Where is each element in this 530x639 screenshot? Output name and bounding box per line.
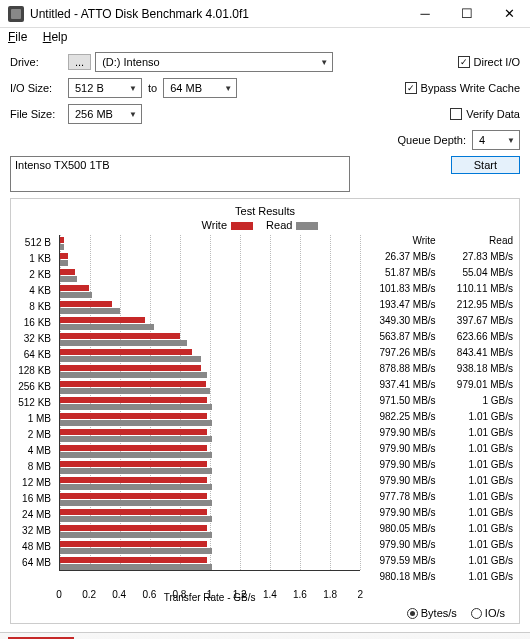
menubar: File Help xyxy=(0,28,530,46)
y-tick: 48 MB xyxy=(15,539,55,555)
y-tick: 4 KB xyxy=(15,283,55,299)
menu-help[interactable]: Help xyxy=(43,30,68,44)
y-tick: 32 KB xyxy=(15,331,55,347)
bar-read xyxy=(60,308,120,314)
bytes-label: Bytes/s xyxy=(421,607,457,619)
drive-select[interactable]: (D:) Intenso▼ xyxy=(95,52,333,72)
footer: ATTO Storage and Network Connectivity Ex… xyxy=(0,632,530,639)
y-tick: 512 KB xyxy=(15,395,55,411)
window-title: Untitled - ATTO Disk Benchmark 4.01.0f1 xyxy=(30,7,404,21)
x-axis-label: Transfer Rate - GB/s xyxy=(59,592,360,603)
io-from-select[interactable]: 512 B▼ xyxy=(68,78,142,98)
table-row: 349.30 MB/s397.67 MB/s xyxy=(360,315,515,331)
table-row: 980.05 MB/s1.01 GB/s xyxy=(360,523,515,539)
col-write: Write xyxy=(360,235,437,251)
legend-write-label: Write xyxy=(202,219,227,231)
table-row: 977.78 MB/s1.01 GB/s xyxy=(360,491,515,507)
filesize-label: File Size: xyxy=(10,108,68,120)
col-read: Read xyxy=(438,235,515,251)
bar-write xyxy=(60,445,207,451)
table-row: 979.90 MB/s1.01 GB/s xyxy=(360,507,515,523)
filesize-select[interactable]: 256 MB▼ xyxy=(68,104,142,124)
bar-write xyxy=(60,301,112,307)
bar-write xyxy=(60,333,180,339)
chevron-down-icon: ▼ xyxy=(129,110,137,119)
table-row: 51.87 MB/s55.04 MB/s xyxy=(360,267,515,283)
verify-checkbox[interactable] xyxy=(450,108,462,120)
bar-write xyxy=(60,525,207,531)
y-tick: 64 MB xyxy=(15,555,55,571)
titlebar: Untitled - ATTO Disk Benchmark 4.01.0f1 … xyxy=(0,0,530,28)
y-tick: 8 KB xyxy=(15,299,55,315)
table-row: 979.90 MB/s1.01 GB/s xyxy=(360,475,515,491)
y-tick: 128 KB xyxy=(15,363,55,379)
minimize-button[interactable]: ─ xyxy=(404,0,446,28)
table-row: 979.90 MB/s1.01 GB/s xyxy=(360,427,515,443)
bar-read xyxy=(60,564,212,570)
browse-button[interactable]: ... xyxy=(68,54,91,70)
y-tick: 256 KB xyxy=(15,379,55,395)
ios-radio[interactable] xyxy=(471,608,482,619)
direct-io-checkbox[interactable] xyxy=(458,56,470,68)
y-tick: 12 MB xyxy=(15,475,55,491)
bar-write xyxy=(60,237,64,243)
bar-read xyxy=(60,340,187,346)
bar-write xyxy=(60,413,207,419)
bar-read xyxy=(60,404,212,410)
y-tick: 512 B xyxy=(15,235,55,251)
bar-read xyxy=(60,420,212,426)
table-row: 101.83 MB/s110.11 MB/s xyxy=(360,283,515,299)
table-row: 980.18 MB/s1.01 GB/s xyxy=(360,571,515,587)
legend-read-label: Read xyxy=(266,219,292,231)
bar-read xyxy=(60,244,64,250)
table-row: 193.47 MB/s212.95 MB/s xyxy=(360,299,515,315)
bar-write xyxy=(60,349,192,355)
io-from-value: 512 B xyxy=(75,82,104,94)
drive-label: Drive: xyxy=(10,56,68,68)
bar-write xyxy=(60,493,207,499)
bar-write xyxy=(60,477,207,483)
menu-file[interactable]: File xyxy=(8,30,27,44)
y-tick: 16 KB xyxy=(15,315,55,331)
verify-label: Verify Data xyxy=(466,108,520,120)
y-tick: 4 MB xyxy=(15,443,55,459)
table-row: 26.37 MB/s27.83 MB/s xyxy=(360,251,515,267)
results-panel: Test Results Write Read 512 B1 KB2 KB4 K… xyxy=(10,198,520,624)
y-tick: 64 KB xyxy=(15,347,55,363)
bar-read xyxy=(60,548,212,554)
bar-write xyxy=(60,541,207,547)
bar-read xyxy=(60,388,210,394)
start-button[interactable]: Start xyxy=(451,156,520,174)
bytes-radio[interactable] xyxy=(407,608,418,619)
app-icon xyxy=(8,6,24,22)
chevron-down-icon: ▼ xyxy=(224,84,232,93)
bar-write xyxy=(60,317,145,323)
bar-read xyxy=(60,532,212,538)
device-text[interactable] xyxy=(10,156,350,192)
iosize-label: I/O Size: xyxy=(10,82,68,94)
io-to-value: 64 MB xyxy=(170,82,202,94)
close-button[interactable]: ✕ xyxy=(488,0,530,28)
to-label: to xyxy=(148,82,157,94)
bypass-checkbox[interactable] xyxy=(405,82,417,94)
data-table: Write Read 26.37 MB/s27.83 MB/s51.87 MB/… xyxy=(360,235,515,603)
bar-write xyxy=(60,253,68,259)
table-row: 878.88 MB/s938.18 MB/s xyxy=(360,363,515,379)
bar-read xyxy=(60,260,68,266)
legend-read-swatch xyxy=(296,222,318,230)
bar-write xyxy=(60,269,75,275)
chevron-down-icon: ▼ xyxy=(129,84,137,93)
y-tick: 1 MB xyxy=(15,411,55,427)
results-title: Test Results xyxy=(15,205,515,217)
bar-read xyxy=(60,468,212,474)
y-tick: 24 MB xyxy=(15,507,55,523)
maximize-button[interactable]: ☐ xyxy=(446,0,488,28)
table-row: 979.90 MB/s1.01 GB/s xyxy=(360,459,515,475)
io-to-select[interactable]: 64 MB▼ xyxy=(163,78,237,98)
bar-read xyxy=(60,356,201,362)
table-row: 982.25 MB/s1.01 GB/s xyxy=(360,411,515,427)
legend: Write Read xyxy=(15,219,515,231)
bypass-label: Bypass Write Cache xyxy=(421,82,520,94)
bar-read xyxy=(60,484,212,490)
queue-select[interactable]: 4▼ xyxy=(472,130,520,150)
